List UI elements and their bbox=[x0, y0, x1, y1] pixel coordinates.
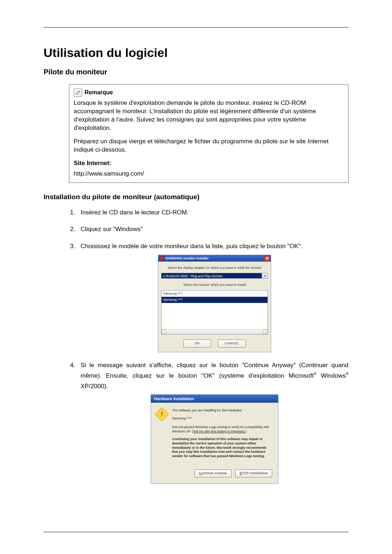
step-4: Si le message suivant s'affiche, cliquez… bbox=[77, 360, 348, 484]
hw-device: Samsung **** bbox=[172, 416, 271, 421]
step-3: Choisissez le modèle de votre moniteur d… bbox=[77, 241, 348, 352]
step-1: Insérez le CD dans le lecteur CD-ROM. bbox=[77, 208, 348, 218]
hw-line-1: The software you are installing for this… bbox=[172, 409, 271, 413]
hw-line-2: has not passed Windows Logo testing to v… bbox=[172, 425, 271, 434]
hardware-dialog-body: ! The software you are installing for th… bbox=[151, 403, 278, 465]
hardware-dialog-figure: Hardware Installation ! The software you… bbox=[81, 394, 348, 483]
installer-figure: SAMSUNG monitor installer ✕ Select the d… bbox=[81, 255, 348, 352]
adapter-selected: 1.RADEON 9550 : Plug and Play Monitor bbox=[161, 273, 262, 279]
warning-icon: ! bbox=[155, 407, 169, 422]
section-driver-heading: Pilote du moniteur bbox=[44, 68, 348, 76]
section-auto-install-heading: Installation du pilote de moniteur (auto… bbox=[44, 193, 348, 201]
step-2-text: Cliquez sur "Windows" bbox=[81, 226, 143, 233]
top-rule bbox=[44, 27, 348, 28]
hw-warning-bold: Continuing your installation of this sof… bbox=[172, 437, 271, 458]
monitor-listbox[interactable]: Samsung **** Samsung **** ‹ › bbox=[161, 290, 268, 335]
installer-titlebar: SAMSUNG monitor installer ✕ bbox=[158, 255, 271, 262]
scroll-left-icon[interactable]: ‹ bbox=[162, 329, 166, 334]
ok-button[interactable]: OK bbox=[183, 340, 211, 348]
note-label: Remarque bbox=[85, 89, 113, 97]
list-item[interactable]: Samsung **** bbox=[162, 297, 268, 303]
installer-instruction-2: Select the monitor which you want to ins… bbox=[160, 282, 269, 288]
steps-list: Insérez le CD dans le lecteur CD-ROM. Cl… bbox=[44, 208, 348, 484]
note-box: Remarque Lorsque le système d'exploitati… bbox=[69, 84, 348, 183]
page-title: Utilisation du logiciel bbox=[44, 46, 348, 60]
note-header: Remarque bbox=[74, 88, 344, 97]
note-paragraph-1: Lorsque le système d'exploitation demand… bbox=[74, 99, 344, 132]
site-internet-label: Site Internet: bbox=[74, 159, 344, 168]
stop-installation-button[interactable]: STOP Installation bbox=[235, 469, 272, 477]
scroll-right-icon[interactable]: › bbox=[263, 329, 268, 334]
installer-window: SAMSUNG monitor installer ✕ Select the d… bbox=[158, 255, 271, 352]
note-icon bbox=[74, 88, 82, 97]
hardware-dialog-buttons: Continue Anyway STOP Installation bbox=[151, 466, 278, 483]
note-paragraph-2: Préparez un disque vierge et téléchargez… bbox=[74, 138, 344, 154]
step-1-text: Insérez le CD dans le lecteur CD-ROM. bbox=[81, 209, 189, 216]
list-item[interactable]: Samsung **** bbox=[162, 291, 268, 297]
adapter-dropdown[interactable]: 1.RADEON 9550 : Plug and Play Monitor ▾ bbox=[161, 273, 268, 279]
step-3-text: Choisissez le modèle de votre moniteur d… bbox=[81, 243, 302, 250]
hardware-installation-dialog: Hardware Installation ! The software you… bbox=[151, 394, 278, 483]
step-2: Cliquez sur "Windows" bbox=[77, 224, 348, 235]
chevron-down-icon[interactable]: ▾ bbox=[262, 273, 268, 279]
continue-anyway-button[interactable]: Continue Anyway bbox=[195, 469, 232, 477]
horizontal-scrollbar[interactable]: ‹ › bbox=[162, 329, 268, 334]
cancel-button[interactable]: CANCEL bbox=[218, 340, 246, 348]
installer-instruction-1: Select the display adapter on which you … bbox=[160, 265, 269, 271]
bottom-rule bbox=[44, 532, 348, 532]
hardware-dialog-title: Hardware Installation bbox=[151, 395, 278, 403]
close-icon[interactable]: ✕ bbox=[264, 256, 270, 261]
step-4-text: Si le message suivant s'affiche, cliquez… bbox=[81, 360, 348, 392]
installer-app-icon bbox=[160, 256, 164, 260]
site-url: http://www.samsung.com/ bbox=[74, 170, 344, 178]
page: Utilisation du logiciel Pilote du monite… bbox=[0, 0, 392, 554]
logo-testing-link[interactable]: Tell me why this testing is important. bbox=[193, 430, 245, 433]
hardware-dialog-text: The software you are installing for this… bbox=[172, 409, 271, 462]
installer-button-row: OK CANCEL bbox=[158, 335, 271, 352]
installer-title: SAMSUNG monitor installer bbox=[166, 256, 209, 261]
